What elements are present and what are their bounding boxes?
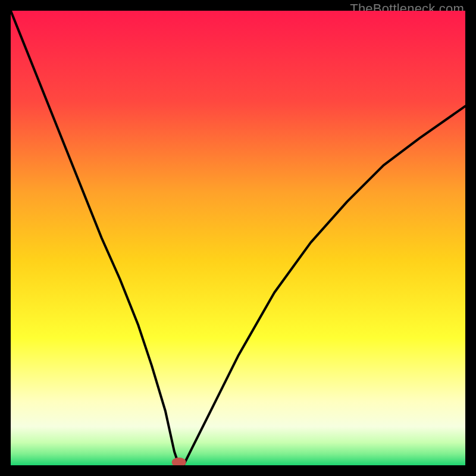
chart-background — [11, 11, 465, 465]
bottleneck-chart — [11, 11, 465, 465]
chart-frame — [11, 11, 465, 465]
